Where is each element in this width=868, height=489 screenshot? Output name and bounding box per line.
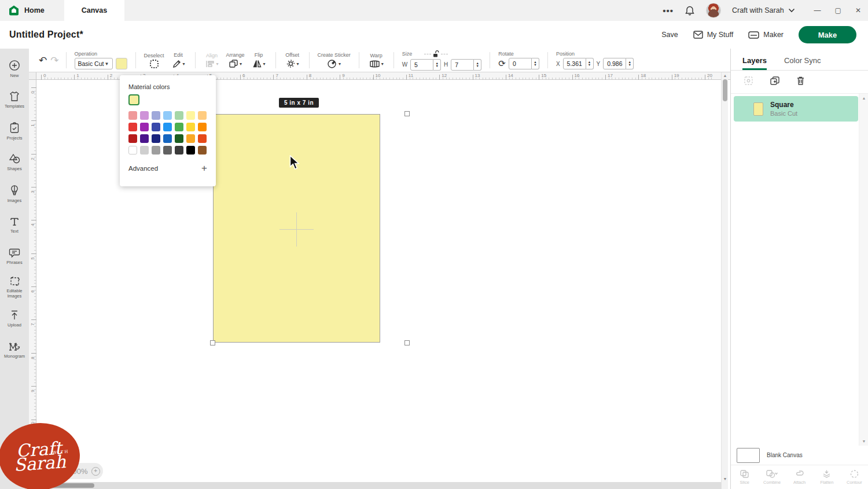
home-tab[interactable]: Home <box>0 0 54 21</box>
width-stepper[interactable]: ▲▼ <box>433 59 441 71</box>
color-swatch[interactable] <box>152 146 160 155</box>
machine-select-button[interactable]: Maker <box>748 31 784 39</box>
color-swatch[interactable] <box>198 146 207 155</box>
zoom-in-button[interactable]: + <box>91 467 100 476</box>
resize-handle-bottom-right[interactable] <box>404 340 410 345</box>
close-button[interactable]: ✕ <box>855 6 861 14</box>
tab-layers[interactable]: Layers <box>742 56 767 70</box>
undo-button[interactable]: ↶ <box>37 56 49 65</box>
create-sticker-button[interactable]: ▾ <box>325 59 343 69</box>
warp-button[interactable]: ▾ <box>367 60 385 68</box>
maximize-button[interactable]: ▢ <box>835 6 841 14</box>
color-swatch[interactable] <box>140 134 149 143</box>
blank-canvas-row[interactable]: Blank Canvas <box>731 446 868 465</box>
rotate-field[interactable]: 0 ▲▼ <box>509 58 539 69</box>
user-menu[interactable]: Craft with Sarah <box>732 6 795 14</box>
sidebar-item-upload[interactable]: Upload <box>0 303 29 334</box>
slice-button[interactable]: Slice <box>731 469 758 485</box>
contour-button[interactable]: Contour <box>841 469 868 485</box>
color-swatch[interactable] <box>186 146 195 155</box>
canvas-tab[interactable]: Canvas <box>64 0 124 21</box>
overflow-menu-icon[interactable]: ••• <box>663 6 674 16</box>
user-avatar[interactable] <box>706 3 721 18</box>
group-button[interactable] <box>744 76 753 88</box>
color-swatch[interactable] <box>175 134 183 143</box>
tab-color-sync[interactable]: Color Sync <box>784 56 821 70</box>
flip-button[interactable]: ▾ <box>251 59 267 68</box>
height-field[interactable]: 7 ▲▼ <box>451 59 481 71</box>
layer-row-square[interactable]: Square Basic Cut <box>734 96 858 122</box>
color-swatch[interactable] <box>163 134 172 143</box>
rotate-icon[interactable]: ⟳ <box>498 58 506 69</box>
sidebar-item-images[interactable]: Images <box>0 178 29 209</box>
deselect-button[interactable] <box>148 60 160 68</box>
color-swatch[interactable] <box>152 134 160 143</box>
my-stuff-button[interactable]: My Stuff <box>693 31 734 39</box>
color-swatch[interactable] <box>128 146 137 155</box>
design-canvas[interactable]: 01234567891011121314151617181920 0123456… <box>29 72 730 489</box>
attach-button[interactable]: Attach <box>786 469 813 485</box>
height-stepper[interactable]: ▲▼ <box>474 59 481 71</box>
color-swatch[interactable] <box>152 123 160 131</box>
advanced-colors-link[interactable]: Advanced <box>128 165 158 172</box>
color-swatch[interactable] <box>140 123 149 131</box>
position-y-field[interactable]: 0.986 ▲▼ <box>603 58 634 69</box>
flatten-button[interactable]: Flatten <box>813 469 840 485</box>
minimize-button[interactable]: — <box>814 6 821 14</box>
color-swatch[interactable] <box>128 123 137 131</box>
sidebar-item-editable-images[interactable]: Editable Images <box>0 272 29 303</box>
duplicate-button[interactable] <box>770 76 780 88</box>
sidebar-item-phrases[interactable]: Phrases <box>0 241 29 272</box>
arrange-button[interactable]: ▾ <box>227 59 244 68</box>
lock-open-icon[interactable] <box>432 50 440 58</box>
color-swatch[interactable] <box>186 111 195 120</box>
scroll-up-arrow[interactable]: ▲ <box>722 73 729 78</box>
notifications-bell-icon[interactable] <box>685 5 695 16</box>
color-swatch[interactable] <box>175 111 183 120</box>
color-swatch[interactable] <box>163 111 172 120</box>
sidebar-item-monogram[interactable]: Monogram <box>0 334 29 366</box>
save-button[interactable]: Save <box>661 31 678 39</box>
add-custom-color-button[interactable]: + <box>201 163 207 173</box>
delete-button[interactable] <box>796 76 805 88</box>
panel-scroll-up-arrow[interactable]: ▲ <box>859 96 868 100</box>
color-swatch[interactable] <box>198 123 207 131</box>
canvas-vertical-scrollbar[interactable]: ▲ ▼ <box>721 72 728 489</box>
color-swatch[interactable] <box>140 111 149 120</box>
sidebar-item-projects[interactable]: Projects <box>0 116 29 147</box>
vertical-scroll-thumb[interactable] <box>723 79 727 101</box>
color-swatch[interactable] <box>140 146 149 155</box>
resize-handle-top-right[interactable] <box>404 111 410 116</box>
offset-button[interactable]: ▾ <box>284 59 301 68</box>
color-swatch[interactable] <box>186 134 195 143</box>
selected-color-swatch[interactable] <box>128 94 139 105</box>
color-swatch[interactable] <box>163 146 172 155</box>
canvas-horizontal-scrollbar[interactable]: ◀ <box>29 482 721 489</box>
color-swatch[interactable] <box>152 111 160 120</box>
sidebar-item-new[interactable]: New <box>0 53 29 84</box>
color-swatch[interactable] <box>128 111 137 120</box>
width-field[interactable]: 5 ▲▼ <box>410 59 441 71</box>
operation-color-swatch[interactable] <box>116 58 127 69</box>
position-y-stepper[interactable]: ▲▼ <box>626 58 634 69</box>
color-swatch[interactable] <box>175 123 183 131</box>
color-swatch[interactable] <box>198 134 207 143</box>
make-button[interactable]: Make <box>799 26 856 43</box>
operation-dropdown[interactable]: Basic Cut▼ <box>75 58 113 69</box>
sidebar-item-templates[interactable]: Templates <box>0 84 29 116</box>
color-swatch[interactable] <box>163 123 172 131</box>
edit-button[interactable]: ▾ <box>170 59 187 69</box>
rotate-stepper[interactable]: ▲▼ <box>532 58 539 69</box>
panel-scrollbar[interactable]: ▲ ▼ <box>859 94 868 446</box>
position-x-field[interactable]: 5.361 ▲▼ <box>563 58 594 69</box>
sidebar-item-shapes[interactable]: Shapes <box>0 147 29 178</box>
position-x-stepper[interactable]: ▲▼ <box>586 58 594 69</box>
color-swatch[interactable] <box>128 134 137 143</box>
scroll-down-arrow[interactable]: ▼ <box>722 477 729 481</box>
align-button[interactable]: ▾ <box>204 60 220 68</box>
redo-button[interactable]: ↷ <box>49 56 60 65</box>
color-swatch[interactable] <box>198 111 207 120</box>
resize-handle-bottom-left[interactable] <box>210 340 215 345</box>
sidebar-item-text[interactable]: Text <box>0 209 29 241</box>
combine-button[interactable]: Combine <box>758 469 785 485</box>
